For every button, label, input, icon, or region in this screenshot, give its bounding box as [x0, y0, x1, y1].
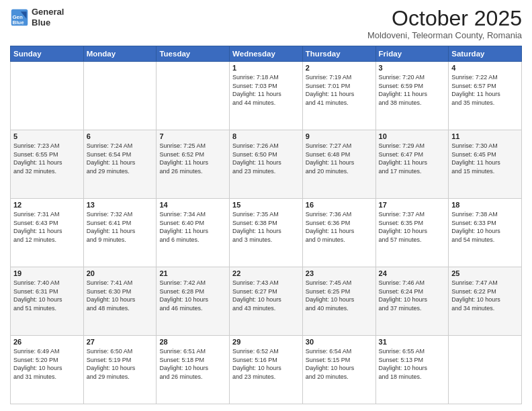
calendar-week-1: 1Sunrise: 7:18 AM Sunset: 7:03 PM Daylig…	[11, 62, 522, 130]
col-thursday: Thursday	[302, 46, 375, 62]
day-info: Sunrise: 7:38 AM Sunset: 6:33 PM Dayligh…	[451, 210, 519, 244]
table-row: 16Sunrise: 7:36 AM Sunset: 6:36 PM Dayli…	[302, 199, 375, 267]
day-number: 13	[87, 201, 154, 209]
day-number: 22	[232, 269, 300, 277]
day-number: 30	[306, 338, 373, 346]
day-info: Sunrise: 7:25 AM Sunset: 6:52 PM Dayligh…	[159, 142, 226, 175]
day-number: 3	[379, 64, 446, 72]
table-row: 20Sunrise: 7:41 AM Sunset: 6:30 PM Dayli…	[83, 267, 157, 336]
day-number: 2	[306, 64, 373, 72]
day-info: Sunrise: 7:26 AM Sunset: 6:50 PM Dayligh…	[232, 142, 300, 175]
table-row: 22Sunrise: 7:43 AM Sunset: 6:27 PM Dayli…	[230, 267, 303, 336]
table-row: 9Sunrise: 7:27 AM Sunset: 6:48 PM Daylig…	[302, 130, 375, 199]
calendar-week-3: 12Sunrise: 7:31 AM Sunset: 6:43 PM Dayli…	[11, 199, 522, 267]
day-number: 4	[451, 64, 519, 72]
logo-line2: Blue	[32, 17, 64, 28]
day-info: Sunrise: 7:36 AM Sunset: 6:36 PM Dayligh…	[306, 210, 373, 244]
day-info: Sunrise: 7:29 AM Sunset: 6:47 PM Dayligh…	[379, 142, 446, 175]
day-number: 20	[87, 269, 154, 277]
day-info: Sunrise: 7:42 AM Sunset: 6:28 PM Dayligh…	[159, 279, 226, 312]
day-number: 6	[87, 132, 154, 140]
day-number: 16	[306, 201, 373, 209]
day-info: Sunrise: 7:41 AM Sunset: 6:30 PM Dayligh…	[87, 279, 154, 312]
table-row: 29Sunrise: 6:52 AM Sunset: 5:16 PM Dayli…	[230, 336, 303, 404]
day-number: 15	[232, 201, 300, 209]
day-info: Sunrise: 7:20 AM Sunset: 6:59 PM Dayligh…	[379, 73, 446, 107]
day-number: 24	[379, 269, 446, 277]
day-info: Sunrise: 7:22 AM Sunset: 6:57 PM Dayligh…	[451, 73, 519, 107]
day-info: Sunrise: 7:43 AM Sunset: 6:27 PM Dayligh…	[232, 279, 300, 312]
day-number: 31	[379, 338, 446, 346]
col-sunday: Sunday	[11, 46, 84, 62]
day-info: Sunrise: 6:55 AM Sunset: 5:13 PM Dayligh…	[379, 347, 446, 381]
table-row: 26Sunrise: 6:49 AM Sunset: 5:20 PM Dayli…	[11, 336, 84, 404]
day-number: 9	[306, 132, 373, 140]
table-row: 28Sunrise: 6:51 AM Sunset: 5:18 PM Dayli…	[157, 336, 230, 404]
day-number: 18	[451, 201, 519, 209]
table-row	[449, 336, 522, 404]
day-number: 8	[232, 132, 300, 140]
day-info: Sunrise: 6:51 AM Sunset: 5:18 PM Dayligh…	[159, 347, 226, 381]
page: Gen Blue General Blue October 2025 Moldo…	[0, 0, 532, 411]
day-number: 11	[451, 132, 519, 140]
day-number: 29	[232, 338, 300, 346]
logo-icon: Gen Blue	[10, 8, 29, 27]
table-row: 2Sunrise: 7:19 AM Sunset: 7:01 PM Daylig…	[302, 62, 375, 130]
calendar-table: Sunday Monday Tuesday Wednesday Thursday…	[10, 46, 522, 404]
day-info: Sunrise: 7:24 AM Sunset: 6:54 PM Dayligh…	[87, 142, 154, 175]
table-row: 14Sunrise: 7:34 AM Sunset: 6:40 PM Dayli…	[157, 199, 230, 267]
day-number: 1	[232, 64, 300, 72]
day-info: Sunrise: 6:49 AM Sunset: 5:20 PM Dayligh…	[13, 347, 81, 381]
calendar-header-row: Sunday Monday Tuesday Wednesday Thursday…	[11, 46, 522, 62]
day-number: 28	[159, 338, 226, 346]
day-number: 10	[379, 132, 446, 140]
day-number: 5	[13, 132, 81, 140]
col-tuesday: Tuesday	[157, 46, 230, 62]
day-info: Sunrise: 7:18 AM Sunset: 7:03 PM Dayligh…	[232, 73, 300, 107]
title-block: October 2025 Moldoveni, Teleorman County…	[367, 7, 522, 40]
table-row: 8Sunrise: 7:26 AM Sunset: 6:50 PM Daylig…	[230, 130, 303, 199]
table-row	[11, 62, 84, 130]
calendar-week-5: 26Sunrise: 6:49 AM Sunset: 5:20 PM Dayli…	[11, 336, 522, 404]
table-row: 4Sunrise: 7:22 AM Sunset: 6:57 PM Daylig…	[449, 62, 522, 130]
day-number: 25	[451, 269, 519, 277]
table-row: 17Sunrise: 7:37 AM Sunset: 6:35 PM Dayli…	[375, 199, 449, 267]
table-row: 30Sunrise: 6:54 AM Sunset: 5:15 PM Dayli…	[302, 336, 375, 404]
table-row: 11Sunrise: 7:30 AM Sunset: 6:45 PM Dayli…	[449, 130, 522, 199]
table-row: 7Sunrise: 7:25 AM Sunset: 6:52 PM Daylig…	[157, 130, 230, 199]
table-row: 27Sunrise: 6:50 AM Sunset: 5:19 PM Dayli…	[83, 336, 157, 404]
day-info: Sunrise: 7:32 AM Sunset: 6:41 PM Dayligh…	[87, 210, 154, 244]
day-info: Sunrise: 6:50 AM Sunset: 5:19 PM Dayligh…	[87, 347, 154, 381]
svg-text:Blue: Blue	[13, 19, 25, 25]
table-row: 18Sunrise: 7:38 AM Sunset: 6:33 PM Dayli…	[449, 199, 522, 267]
day-info: Sunrise: 7:19 AM Sunset: 7:01 PM Dayligh…	[306, 73, 373, 107]
day-info: Sunrise: 6:52 AM Sunset: 5:16 PM Dayligh…	[232, 347, 300, 381]
day-number: 23	[306, 269, 373, 277]
day-info: Sunrise: 7:35 AM Sunset: 6:38 PM Dayligh…	[232, 210, 300, 244]
calendar-week-4: 19Sunrise: 7:40 AM Sunset: 6:31 PM Dayli…	[11, 267, 522, 336]
table-row: 5Sunrise: 7:23 AM Sunset: 6:55 PM Daylig…	[11, 130, 84, 199]
col-saturday: Saturday	[449, 46, 522, 62]
day-info: Sunrise: 7:47 AM Sunset: 6:22 PM Dayligh…	[451, 279, 519, 312]
col-monday: Monday	[83, 46, 157, 62]
day-number: 12	[13, 201, 81, 209]
day-info: Sunrise: 7:37 AM Sunset: 6:35 PM Dayligh…	[379, 210, 446, 244]
logo-line1: General	[32, 7, 64, 17]
col-wednesday: Wednesday	[230, 46, 303, 62]
table-row	[83, 62, 157, 130]
location: Moldoveni, Teleorman County, Romania	[367, 30, 522, 40]
logo-text: General Blue	[32, 7, 64, 28]
col-friday: Friday	[375, 46, 449, 62]
day-info: Sunrise: 7:46 AM Sunset: 6:24 PM Dayligh…	[379, 279, 446, 312]
table-row: 23Sunrise: 7:45 AM Sunset: 6:25 PM Dayli…	[302, 267, 375, 336]
day-info: Sunrise: 7:34 AM Sunset: 6:40 PM Dayligh…	[159, 210, 226, 244]
day-number: 14	[159, 201, 226, 209]
table-row: 25Sunrise: 7:47 AM Sunset: 6:22 PM Dayli…	[449, 267, 522, 336]
table-row: 1Sunrise: 7:18 AM Sunset: 7:03 PM Daylig…	[230, 62, 303, 130]
day-info: Sunrise: 7:30 AM Sunset: 6:45 PM Dayligh…	[451, 142, 519, 175]
table-row: 31Sunrise: 6:55 AM Sunset: 5:13 PM Dayli…	[375, 336, 449, 404]
day-number: 17	[379, 201, 446, 209]
header: Gen Blue General Blue October 2025 Moldo…	[10, 7, 522, 40]
day-info: Sunrise: 7:45 AM Sunset: 6:25 PM Dayligh…	[306, 279, 373, 312]
table-row: 12Sunrise: 7:31 AM Sunset: 6:43 PM Dayli…	[11, 199, 84, 267]
